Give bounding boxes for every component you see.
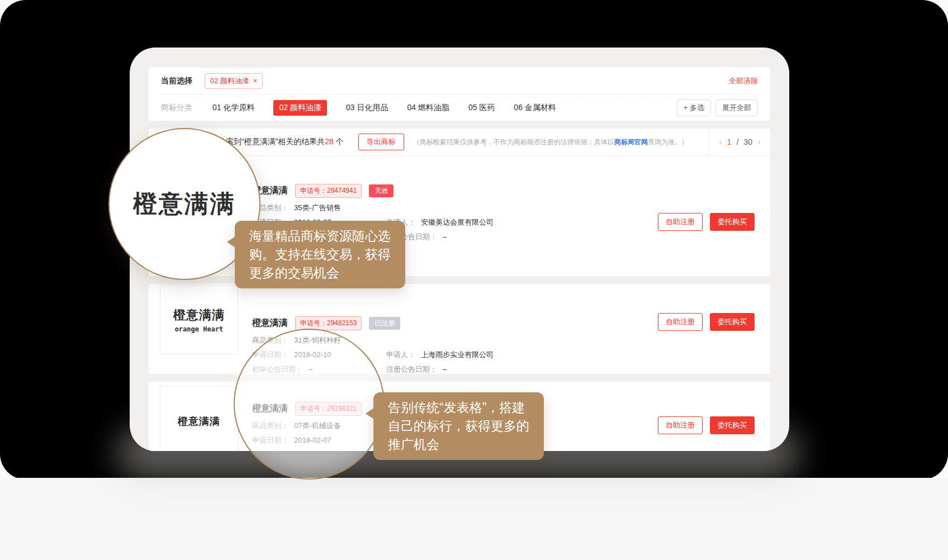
field-label: 商品类别： <box>252 421 288 430</box>
entrust-purchase-button[interactable]: 委托购买 <box>710 213 755 231</box>
callout-line: 自己的标行，获得更多的 <box>388 417 529 435</box>
expand-all-button[interactable]: 展开全部 <box>715 99 758 116</box>
callout-line: 海量精品商标资源随心选 <box>249 227 391 245</box>
trademark-image-text: 橙意满满 <box>173 307 225 324</box>
page-separator: / <box>737 137 739 146</box>
trademark-image-subtext: orange Heart <box>175 325 224 333</box>
multi-select-button[interactable]: + 多选 <box>677 99 711 116</box>
field-value: 安徽美达会展有限公司 <box>421 217 494 227</box>
results-count: 28 <box>325 137 334 146</box>
row-3-actions: 自助注册 委托购买 <box>658 416 755 434</box>
callout-arrow-left-icon <box>227 236 235 248</box>
field-line: 初审公告日期：– 注册公告日期：– <box>252 364 770 374</box>
entrust-purchase-button[interactable]: 委托购买 <box>710 416 755 434</box>
total-pages: 30 <box>744 137 753 146</box>
row-1-name-line: 橙意满满 申请号：29474941 无效 <box>252 184 770 198</box>
trademark-name: 橙意满满 <box>252 403 288 415</box>
self-register-button[interactable]: 自助注册 <box>658 313 703 331</box>
callout-line: 更多的交易机会 <box>249 264 391 282</box>
field-label: 商品类别： <box>252 335 288 345</box>
category-item-06[interactable]: 06 金属材料 <box>514 103 556 113</box>
field-value: – <box>309 364 312 374</box>
category-item-01[interactable]: 01 化学原料 <box>212 103 254 113</box>
application-number-tag: 申请号：29198321 <box>295 402 362 416</box>
field-label: 初审公告日期： <box>252 364 303 374</box>
status-badge-registered: 已注册 <box>369 317 400 330</box>
current-selection-row: 当前选择 02 颜料油漆 × 全部清除 <box>149 68 770 94</box>
current-page: 1 <box>727 137 732 146</box>
page: 当前选择 02 颜料油漆 × 全部清除 商标分类 01 化学原料 02 颜料油漆… <box>0 0 948 560</box>
application-number: 29198321 <box>327 405 357 412</box>
field-value: 07类-机械设备 <box>294 421 341 430</box>
field-value: 上海雨步实业有限公司 <box>421 350 494 359</box>
field-label: 申请日期： <box>252 435 288 445</box>
status-badge-invalid: 无效 <box>369 184 394 197</box>
disclaimer-text: （商标检索结果仅供参考，不作为商标能否注册的法律依据；具体以 <box>413 138 614 146</box>
field-value: 2018-10-06 <box>309 450 346 451</box>
export-trademarks-button[interactable]: 导出商标 <box>358 134 404 150</box>
remove-filter-icon[interactable]: × <box>253 77 257 85</box>
result-row-2: 橙意满满 orange Heart 橙意满满 申请号：29482153 已注册 … <box>149 284 770 374</box>
field-line: 商品类别：31类-饲料种籽 <box>252 335 770 345</box>
filter-card: 当前选择 02 颜料油漆 × 全部清除 商标分类 01 化学原料 02 颜料油漆… <box>149 68 770 121</box>
results-unit: 个 <box>334 137 344 146</box>
category-actions: + 多选 展开全部 <box>677 99 758 116</box>
selected-filter-tag-label: 02 颜料油漆 <box>210 76 249 86</box>
results-summary-text: 检索到“橙意满满”相关的结果共 <box>218 137 325 146</box>
field-value: 31类-饲料种籽 <box>294 335 341 345</box>
field-line: 商品类别：35类-广告销售 <box>252 203 770 212</box>
disclaimer-text-end: 查询为准。） <box>648 138 688 146</box>
callout-bubble-1: 海量精品商标资源随心选 购。支持在线交易，获得 更多的交易机会 <box>235 221 405 288</box>
callout-line: 告别传统“发表格”，搭建 <box>388 398 529 417</box>
trademark-name: 橙意满满 <box>252 317 288 329</box>
field-label: 注册公告日期： <box>386 364 437 374</box>
results-summary: 检索到“橙意满满”相关的结果共28 个 <box>218 137 344 147</box>
trademark-image-text: 橙意满满 <box>178 415 220 428</box>
category-item-03[interactable]: 03 日化用品 <box>346 103 388 113</box>
application-number-tag: 申请号：29474941 <box>295 184 362 198</box>
field-label: 申请人： <box>386 350 415 359</box>
category-item-04[interactable]: 04 燃料油脂 <box>407 103 449 113</box>
callout-line: 购。支持在线交易，获得 <box>249 245 391 264</box>
field-label: 初审公告日期： <box>252 450 303 451</box>
callout-arrow-left-icon <box>366 408 374 419</box>
field-value: 35类-广告销售 <box>294 203 341 212</box>
field-line: 申请日期：2018-02-10 申请人：上海雨步实业有限公司 <box>252 350 770 359</box>
callout-line: 推广机会 <box>388 435 529 454</box>
selected-filter-tag[interactable]: 02 颜料油漆 × <box>205 73 263 89</box>
row-2-actions: 自助注册 委托购买 <box>658 313 755 331</box>
application-number-tag: 申请号：29482153 <box>295 316 362 330</box>
field-label: 申请日期： <box>252 350 288 359</box>
self-register-button[interactable]: 自助注册 <box>658 213 703 231</box>
category-item-05[interactable]: 05 医药 <box>468 103 495 113</box>
application-number-label: 申请号： <box>300 405 327 412</box>
results-header: 检索到“橙意满满”相关的结果共28 个 导出商标 （商标检索结果仅供参考，不作为… <box>149 129 770 156</box>
results-disclaimer: （商标检索结果仅供参考，不作为商标能否注册的法律依据；具体以商标局官网查询为准。… <box>413 137 688 147</box>
application-number-label: 申请号： <box>300 187 327 194</box>
prev-page-icon[interactable]: ‹ <box>719 136 722 148</box>
entrust-purchase-button[interactable]: 委托购买 <box>710 313 755 331</box>
next-page-icon[interactable]: › <box>757 136 761 148</box>
clear-all-button[interactable]: 全部清除 <box>729 76 758 86</box>
field-value: – <box>443 232 447 241</box>
pagination: ‹ 1 / 30 › <box>709 129 770 156</box>
row-1-actions: 自助注册 委托购买 <box>658 213 755 231</box>
field-value: – <box>443 364 447 374</box>
category-row: 商标分类 01 化学原料 02 颜料油漆 03 日化用品 04 燃料油脂 05 … <box>149 94 770 121</box>
application-number: 29474941 <box>327 187 357 194</box>
category-label: 商标分类 <box>161 103 192 113</box>
application-number: 29482153 <box>327 319 357 327</box>
application-number-label: 申请号： <box>300 319 327 327</box>
field-value: 2018-02-07 <box>294 435 331 445</box>
field-value: 2018-02-10 <box>294 350 331 359</box>
current-selection-label: 当前选择 <box>161 76 192 86</box>
magnified-trademark-text: 橙意满满 <box>133 188 236 220</box>
category-item-02-selected[interactable]: 02 颜料油漆 <box>273 100 326 116</box>
self-register-button[interactable]: 自助注册 <box>658 416 703 434</box>
callout-bubble-2: 告别传统“发表格”，搭建 自己的标行，获得更多的 推广机会 <box>373 392 544 460</box>
bottom-platform <box>0 478 948 560</box>
trademark-image-2[interactable]: 橙意满满 orange Heart <box>160 285 238 354</box>
trademark-image-3[interactable]: 橙意满满 <box>160 386 238 451</box>
trademark-office-link[interactable]: 商标局官网 <box>614 138 648 146</box>
